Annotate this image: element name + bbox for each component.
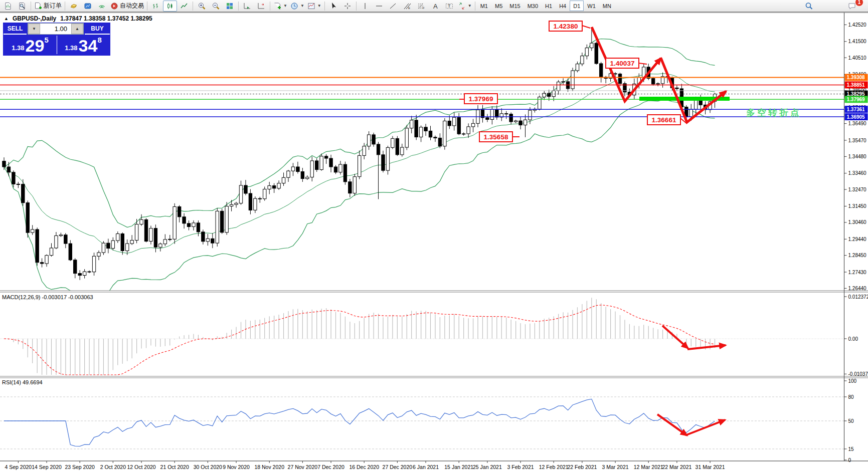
indicators-button[interactable]: ▼	[272, 1, 289, 12]
chart-canvas[interactable]: 1.425201.415001.405101.394901.385001.374…	[0, 12, 868, 474]
zoom-in-button[interactable]	[195, 1, 209, 12]
trend-arrow	[686, 420, 725, 435]
chat-button[interactable]: 1	[845, 1, 859, 12]
svg-text:0.00: 0.00	[848, 336, 858, 342]
svg-text:1.35658: 1.35658	[484, 133, 508, 141]
community-button[interactable]	[81, 1, 95, 12]
label-button[interactable]: T	[442, 1, 456, 12]
zoom-in-icon	[198, 2, 206, 10]
data-window-icon	[18, 2, 26, 10]
line-chart-icon	[180, 2, 188, 10]
buy-button[interactable]: BUY	[85, 23, 110, 35]
svg-text:1.36661: 1.36661	[652, 116, 676, 124]
sell-button[interactable]: SELL	[4, 23, 27, 35]
svg-text:6 Jan 2021: 6 Jan 2021	[413, 464, 439, 470]
new-order-button[interactable]: 新订单	[33, 1, 63, 12]
trend-arrow	[657, 414, 687, 435]
timeframe-m1-button[interactable]: M1	[477, 1, 491, 11]
price-divider	[57, 36, 57, 54]
svg-text:E: E	[408, 7, 410, 10]
fibonacci-button[interactable]: F	[414, 1, 428, 12]
svg-text:4 Sep 2020: 4 Sep 2020	[5, 464, 32, 470]
svg-text:9 Nov 2020: 9 Nov 2020	[223, 464, 250, 470]
text-button[interactable]: A	[428, 1, 442, 12]
toolbar-separator	[356, 2, 357, 11]
trendline-button[interactable]	[386, 1, 400, 12]
sell-price-prefix: 1.38	[12, 43, 24, 53]
timeframe-m30-button[interactable]: M30	[524, 1, 542, 11]
volume-increase-button[interactable]: ▲	[71, 24, 83, 34]
timeframe-m5-button[interactable]: M5	[491, 1, 506, 11]
channel-button[interactable]: E	[400, 1, 414, 12]
svg-text:1.28450: 1.28450	[848, 253, 867, 258]
timeframe-w1-button[interactable]: W1	[584, 1, 599, 11]
templates-icon	[307, 2, 315, 10]
new-chart-button[interactable]	[1, 1, 15, 12]
timeframe-h1-button[interactable]: H1	[542, 1, 556, 11]
data-window-button[interactable]	[15, 1, 29, 12]
horizontal-line-button[interactable]	[372, 1, 386, 12]
new-chart-icon	[4, 2, 12, 10]
toolbar-separator	[324, 2, 325, 11]
buy-price[interactable]: 1.38348	[57, 35, 110, 55]
bar-chart-button[interactable]	[149, 1, 163, 12]
trend-arrow	[687, 345, 726, 349]
chevron-down-icon: ▼	[300, 4, 304, 8]
sell-price[interactable]: 1.38295	[4, 35, 57, 55]
fibonacci-icon: F	[417, 2, 425, 10]
svg-text:100: 100	[848, 378, 857, 384]
candlestick-chart-button[interactable]	[163, 1, 177, 12]
arrows-button[interactable]: ▼	[456, 1, 473, 12]
svg-text:15 Jan 2021: 15 Jan 2021	[444, 464, 473, 470]
cursor-icon	[329, 2, 337, 10]
svg-text:1.35470: 1.35470	[848, 138, 867, 143]
date-axis: 4 Sep 202014 Sep 202023 Sep 20202 Oct 20…	[5, 461, 725, 470]
cursor-button[interactable]	[326, 1, 340, 12]
toolbar: 新订单自动交易▼▼▼EFAT▼M1M5M15M30H1H4D1W1MN1	[0, 0, 868, 12]
timeframe-d1-button[interactable]: D1	[570, 1, 584, 11]
buy-price-sup: 8	[97, 36, 101, 44]
timeframe-m15-button[interactable]: M15	[506, 1, 524, 11]
svg-text:1.41500: 1.41500	[848, 39, 867, 44]
ohlc-values: 1.37847 1.38358 1.37452 1.38295	[60, 15, 152, 22]
zoom-out-icon	[212, 2, 220, 10]
chevron-down-icon: ▼	[283, 4, 287, 8]
volume-input[interactable]: 1.00	[40, 24, 71, 34]
collapse-arrow-icon[interactable]: ▲	[4, 16, 9, 21]
analyst-annotations: 1.423801.400371.379691.356581.36661多空转折点	[459, 21, 801, 435]
line-chart-button[interactable]	[177, 1, 191, 12]
label-icon: T	[445, 2, 453, 10]
templates-button[interactable]: ▼	[306, 1, 323, 12]
auto-scroll-button[interactable]	[240, 1, 254, 12]
buy-price-prefix: 1.38	[65, 43, 77, 53]
svg-text:-0.010374: -0.010374	[848, 371, 868, 377]
crosshair-button[interactable]	[340, 1, 355, 12]
svg-text:0: 0	[848, 457, 851, 463]
signals-button[interactable]	[95, 1, 109, 12]
text-icon: A	[431, 2, 439, 10]
deposit-button[interactable]	[67, 1, 81, 12]
macd-indicator	[0, 298, 844, 375]
mt4-window: 新订单自动交易▼▼▼EFAT▼M1M5M15M30H1H4D1W1MN1 1.4…	[0, 0, 868, 474]
svg-text:3 Feb 2021: 3 Feb 2021	[507, 464, 534, 470]
chart-shift-button[interactable]	[254, 1, 268, 12]
zoom-out-button[interactable]	[209, 1, 223, 12]
volume-decrease-button[interactable]: ▼	[28, 24, 40, 34]
search-button[interactable]	[802, 1, 816, 12]
sell-price-big: 29	[26, 38, 45, 53]
svg-text:18 Nov 2020: 18 Nov 2020	[254, 464, 284, 470]
svg-text:T: T	[448, 4, 451, 9]
auto-trading-button[interactable]: 自动交易	[109, 1, 145, 12]
periods-button[interactable]: ▼	[289, 1, 306, 12]
tile-windows-button[interactable]	[223, 1, 237, 12]
svg-text:25 Jan 2021: 25 Jan 2021	[473, 464, 502, 470]
crosshair-icon	[343, 2, 352, 10]
buy-price-big: 34	[79, 38, 98, 53]
svg-text:27 Dec 2020: 27 Dec 2020	[383, 464, 413, 470]
timeframe-h4-button[interactable]: H4	[556, 1, 570, 11]
one-click-trading-panel: SELL ▼ 1.00 ▲ BUY 1.38295 1.38348	[4, 23, 110, 55]
svg-text:1.39308: 1.39308	[847, 75, 865, 80]
vertical-line-button[interactable]	[358, 1, 372, 12]
toolbar-separator	[270, 2, 270, 11]
timeframe-mn-button[interactable]: MN	[599, 1, 615, 11]
